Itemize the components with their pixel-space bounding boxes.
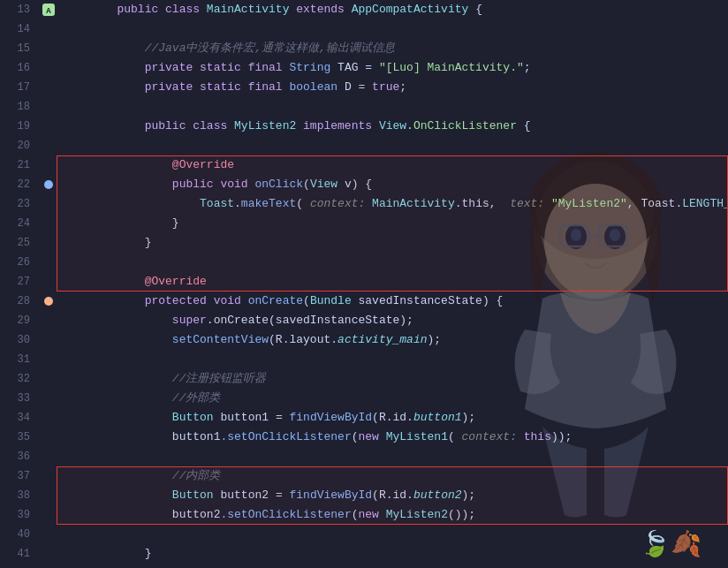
code-line-30: 30 setContentView(R.layout.activity_main… bbox=[0, 330, 728, 350]
line-number: 17 bbox=[0, 81, 39, 94]
line-number: 34 bbox=[0, 412, 39, 424]
line-number: 18 bbox=[0, 101, 39, 113]
line-number: 37 bbox=[0, 470, 39, 482]
android-icon: A bbox=[41, 2, 57, 18]
code-line-13: 13 A public class MainActivity extends A… bbox=[0, 0, 728, 19]
code-line-19: 19 public class MyListen2 implements Vie… bbox=[0, 117, 728, 136]
line-number: 15 bbox=[0, 42, 39, 55]
code-editor[interactable]: 13 A public class MainActivity extends A… bbox=[0, 0, 728, 568]
line-number: 35 bbox=[0, 431, 39, 443]
gutter-indicator bbox=[44, 297, 53, 306]
line-number: 21 bbox=[0, 159, 39, 171]
line-number: 24 bbox=[0, 217, 39, 230]
svg-text:A: A bbox=[46, 7, 51, 16]
line-number: 40 bbox=[0, 528, 39, 541]
line-number: 14 bbox=[0, 23, 39, 35]
code-line-35: 35 button1.setOnClickListener(new MyList… bbox=[0, 428, 728, 447]
line-number: 28 bbox=[0, 295, 39, 307]
code-line-25: 25 } bbox=[0, 233, 728, 253]
code-line-41: 41 } bbox=[0, 544, 728, 564]
code-line-39: 39 button2.setOnClickListener(new MyList… bbox=[0, 505, 728, 525]
line-gutter bbox=[39, 180, 58, 189]
line-number: 30 bbox=[0, 334, 39, 346]
editor-container: 13 A public class MainActivity extends A… bbox=[0, 0, 728, 568]
line-number: 25 bbox=[0, 237, 39, 249]
line-number: 19 bbox=[0, 120, 39, 133]
line-number: 32 bbox=[0, 373, 39, 385]
line-content: } bbox=[58, 525, 728, 568]
line-number: 23 bbox=[0, 198, 39, 210]
line-number: 38 bbox=[0, 489, 39, 502]
gutter-indicator bbox=[44, 180, 53, 189]
decoration-emoji: 🍃🍂 bbox=[640, 529, 701, 559]
line-number: 31 bbox=[0, 353, 39, 366]
line-number: 22 bbox=[0, 178, 39, 191]
line-number: 39 bbox=[0, 509, 39, 521]
line-number: 26 bbox=[0, 256, 39, 269]
line-number: 36 bbox=[0, 451, 39, 463]
line-number: 29 bbox=[0, 314, 39, 327]
line-gutter bbox=[39, 297, 58, 306]
line-number: 13 bbox=[0, 4, 39, 16]
line-number: 41 bbox=[0, 548, 39, 560]
line-number: 20 bbox=[0, 140, 39, 152]
line-number: 27 bbox=[0, 276, 39, 288]
code-line-17: 17 private static final boolean D = true… bbox=[0, 78, 728, 97]
line-number: 16 bbox=[0, 62, 39, 74]
line-number: 33 bbox=[0, 392, 39, 405]
line-gutter: A bbox=[39, 2, 58, 18]
